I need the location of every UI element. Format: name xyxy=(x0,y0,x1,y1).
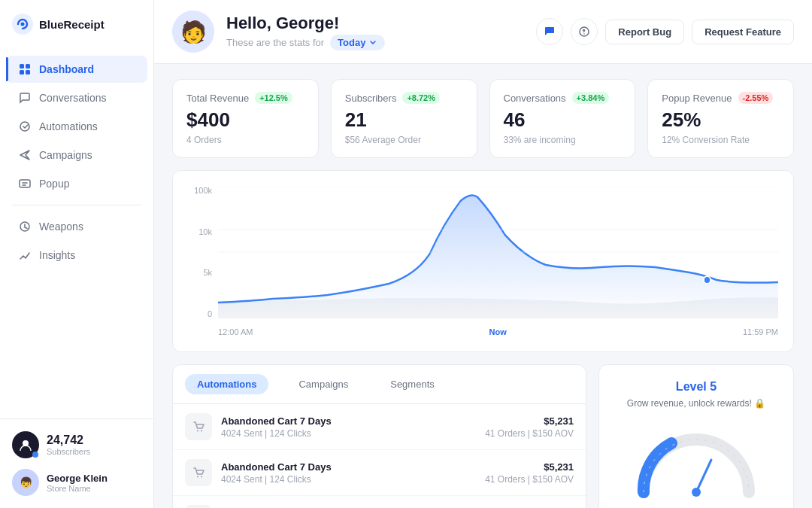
chart-svg xyxy=(218,186,778,318)
stats-row: Total Revenue +12.5% $400 4 Orders Subsc… xyxy=(172,79,794,158)
insights-icon xyxy=(18,248,32,262)
header-left: 🧑 Hello, George! These are the stats for… xyxy=(172,11,385,53)
sidebar-item-campaigns[interactable]: Campaigns xyxy=(6,141,147,169)
svg-point-19 xyxy=(201,476,202,478)
row-orders-1: 41 Orders | $150 AOV xyxy=(485,428,574,439)
row-orders-2: 41 Orders | $150 AOV xyxy=(485,474,574,485)
sidebar-item-insights[interactable]: Insights xyxy=(6,242,147,269)
row-cart-icon-3 xyxy=(185,505,212,508)
tabs-row: Automations Campaigns Segments xyxy=(173,365,586,404)
stat-badge-conv: +3.84% xyxy=(572,92,610,104)
row-info-2: Abandoned Cart 7 Days 4024 Sent | 124 Cl… xyxy=(221,461,485,485)
period-dropdown[interactable]: Today xyxy=(330,35,385,50)
stat-title-subs: Subscribers xyxy=(345,93,397,104)
sidebar-item-popup[interactable]: Popup xyxy=(6,170,147,197)
level-title: Level 5 xyxy=(676,380,717,394)
stat-value-subs: 21 xyxy=(345,108,463,132)
page-header: 🧑 Hello, George! These are the stats for… xyxy=(154,0,812,64)
stat-header-subs: Subscribers +8.72% xyxy=(345,92,463,104)
x-label-now: Now xyxy=(489,327,507,336)
sidebar-nav: Dashboard Conversations Automations Camp… xyxy=(0,48,153,418)
svg-rect-7 xyxy=(20,180,30,187)
sidebar-bottom: 24,742 Subscribers 👦 George Klein Store … xyxy=(0,418,153,508)
stat-header-popup: Popup Revenue -2.55% xyxy=(662,92,780,104)
tab-segments[interactable]: Segments xyxy=(378,374,447,394)
user-avatar: 👦 xyxy=(12,469,39,496)
page-content: Total Revenue +12.5% $400 4 Orders Subsc… xyxy=(154,64,812,508)
conversations-icon xyxy=(18,91,32,105)
stat-value-popup: 25% xyxy=(662,108,780,132)
sidebar: BlueReceipt Dashboard Conversations Auto… xyxy=(0,0,154,508)
svg-point-1 xyxy=(21,23,25,26)
online-dot xyxy=(32,452,38,458)
row-amount-2: $5,231 xyxy=(485,461,574,473)
nav-separator xyxy=(12,205,141,205)
stat-value-revenue: $400 xyxy=(186,108,304,132)
table-card: Automations Campaigns Segments Abandoned… xyxy=(172,364,586,508)
x-label-start: 12:00 AM xyxy=(218,327,253,336)
svg-point-16 xyxy=(197,430,198,432)
stat-title-popup: Popup Revenue xyxy=(662,93,732,104)
chat-icon-button[interactable] xyxy=(536,18,563,45)
user-profile[interactable]: 👦 George Klein Store Name xyxy=(12,469,141,496)
stat-total-revenue: Total Revenue +12.5% $400 4 Orders xyxy=(172,79,319,158)
tab-automations[interactable]: Automations xyxy=(185,374,268,394)
sidebar-item-weapons[interactable]: Weapons xyxy=(6,213,147,240)
stat-popup-revenue: Popup Revenue -2.55% 25% 12% Conversion … xyxy=(647,79,794,158)
stat-value-conv: 46 xyxy=(504,108,622,132)
gauge-container xyxy=(629,421,764,503)
bottom-section: Automations Campaigns Segments Abandoned… xyxy=(172,364,794,508)
subscriber-count: 24,742 xyxy=(47,433,90,447)
y-label-100k: 100k xyxy=(188,186,218,195)
weapons-icon xyxy=(18,220,32,233)
svg-point-17 xyxy=(201,430,202,432)
row-sub-1: 4024 Sent | 124 Clicks xyxy=(221,428,485,439)
table-row: Abandoned Cart 7 Days 4024 Sent | 124 Cl… xyxy=(173,496,586,508)
row-values-1: $5,231 41 Orders | $150 AOV xyxy=(485,415,574,439)
header-greeting: Hello, George! These are the stats for T… xyxy=(226,14,385,50)
report-bug-button[interactable]: Report Bug xyxy=(605,20,684,44)
row-sub-2: 4024 Sent | 124 Clicks xyxy=(221,474,485,485)
sidebar-item-dashboard[interactable]: Dashboard xyxy=(6,56,147,83)
dashboard-label: Dashboard xyxy=(39,63,94,75)
main-content: 🧑 Hello, George! These are the stats for… xyxy=(154,0,812,508)
greeting-title: Hello, George! xyxy=(226,14,385,33)
stat-subscribers: Subscribers +8.72% 21 $56 Average Order xyxy=(331,79,477,158)
stat-badge-popup: -2.55% xyxy=(738,92,774,104)
app-name: BlueReceipt xyxy=(39,18,105,31)
svg-rect-4 xyxy=(20,70,24,75)
subscriber-label: Subscribers xyxy=(47,447,90,456)
row-amount-1: $5,231 xyxy=(485,415,574,427)
chat-icon xyxy=(544,26,556,38)
svg-point-6 xyxy=(20,122,29,131)
x-label-end: 11:59 PM xyxy=(743,327,778,336)
automations-icon xyxy=(18,120,32,133)
stat-header-revenue: Total Revenue +12.5% xyxy=(186,92,304,104)
logo-icon xyxy=(12,14,33,35)
sidebar-item-conversations[interactable]: Conversations xyxy=(6,84,147,111)
y-label-10k: 10k xyxy=(188,227,218,236)
insights-label: Insights xyxy=(39,249,75,261)
chart-x-labels: 12:00 AM Now 11:59 PM xyxy=(218,327,778,336)
level-subtitle: Grow revenue, unlock rewards! 🔒 xyxy=(627,398,765,409)
row-info-1: Abandoned Cart 7 Days 4024 Sent | 124 Cl… xyxy=(221,415,485,439)
question-icon xyxy=(578,26,590,38)
campaigns-icon xyxy=(18,148,32,162)
row-title-1: Abandoned Cart 7 Days xyxy=(221,415,485,427)
automations-label: Automations xyxy=(39,120,98,132)
row-cart-icon-2 xyxy=(185,459,212,486)
request-feature-button[interactable]: Request Feature xyxy=(692,20,794,44)
level-card: Level 5 Grow revenue, unlock rewards! 🔒 xyxy=(598,364,794,508)
dashboard-icon xyxy=(18,62,32,76)
help-icon-button[interactable] xyxy=(571,18,598,45)
gauge-svg xyxy=(629,421,764,503)
stat-title-conv: Conversations xyxy=(504,93,566,104)
subscriber-avatar xyxy=(12,431,39,458)
user-store: Store Name xyxy=(47,484,108,493)
y-label-0: 0 xyxy=(188,309,218,318)
tab-campaigns[interactable]: Campaigns xyxy=(286,374,360,394)
stat-title-revenue: Total Revenue xyxy=(186,93,249,104)
weapons-label: Weapons xyxy=(39,221,83,233)
chart-card: 100k 10k 5k 0 xyxy=(172,170,794,352)
sidebar-item-automations[interactable]: Automations xyxy=(6,113,147,140)
